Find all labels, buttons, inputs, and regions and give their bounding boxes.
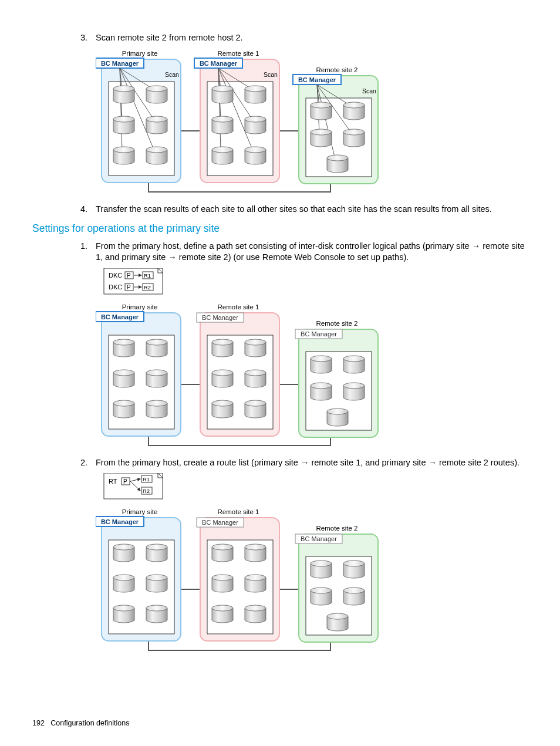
site-label-r1: Remote site 1 [218,50,259,57]
site-label-r2: Remote site 2 [316,66,358,73]
page-number: 192 [32,719,45,727]
list-number: 4. [73,204,96,215]
svg-text:P: P [127,284,131,291]
svg-text:RT: RT [109,478,117,485]
svg-text:BC Manager: BC Manager [101,518,139,525]
list-number: 3. [73,32,96,44]
svg-text:P: P [127,272,131,279]
diagram-scan-sites: Primary site BC Manager Scan Remote site… [96,49,531,195]
svg-rect-61 [104,473,163,499]
svg-text:BC Manager: BC Manager [301,330,337,337]
list-item-p1: 1. From the primary host, define a path … [32,241,531,264]
footer-section: Configuration definitions [50,719,129,727]
svg-text:BC Manager: BC Manager [202,314,238,321]
svg-text:Remote site 2: Remote site 2 [316,525,358,532]
svg-text:P: P [123,478,127,485]
scan-label: Scan [362,87,376,94]
svg-text:R2: R2 [143,488,150,494]
list-text: From the primary host, define a path set… [96,241,531,264]
svg-text:R1: R1 [143,476,150,482]
list-text: Transfer the scan results of each site t… [96,204,531,215]
svg-text:R1: R1 [144,272,151,279]
list-text: From the primary host, create a route li… [96,457,531,469]
page-footer: 192 Configuration definitions [32,718,129,728]
list-text: Scan remote site 2 from remote host 2. [96,32,531,44]
svg-text:R2: R2 [144,284,151,291]
list-item-3: 3. Scan remote site 2 from remote host 2… [32,32,531,44]
section-heading: Settings for operations at the primary s… [32,222,531,236]
diagram-rt-routelist: RT P R1 R2 Primary site BC Manager Remot… [96,473,531,654]
list-item-4: 4. Transfer the scan results of each sit… [32,204,531,215]
diagram-dkc-pathset: DKC P R1 DKC P R2 Primary site BC Manage… [96,268,531,449]
list-number: 1. [73,241,96,264]
svg-text:Primary site: Primary site [122,303,158,310]
svg-text:BC Manager: BC Manager [101,313,139,320]
scan-label: Scan [165,71,179,78]
bcm-label: BC Manager [298,76,336,83]
svg-text:DKC: DKC [109,283,122,291]
svg-text:BC Manager: BC Manager [301,535,337,542]
svg-text:Primary site: Primary site [122,508,158,515]
svg-text:Remote site 2: Remote site 2 [316,320,358,327]
svg-text:DKC: DKC [109,272,122,279]
svg-text:BC Manager: BC Manager [202,519,238,526]
svg-text:Remote site 1: Remote site 1 [218,303,259,310]
scan-label: Scan [264,71,278,78]
bcm-label: BC Manager [200,60,238,67]
list-item-p2: 2. From the primary host, create a route… [32,457,531,469]
list-number: 2. [73,457,96,469]
svg-text:Remote site 1: Remote site 1 [218,508,259,515]
site-label-primary: Primary site [122,50,158,57]
bcm-label: BC Manager [101,60,139,67]
